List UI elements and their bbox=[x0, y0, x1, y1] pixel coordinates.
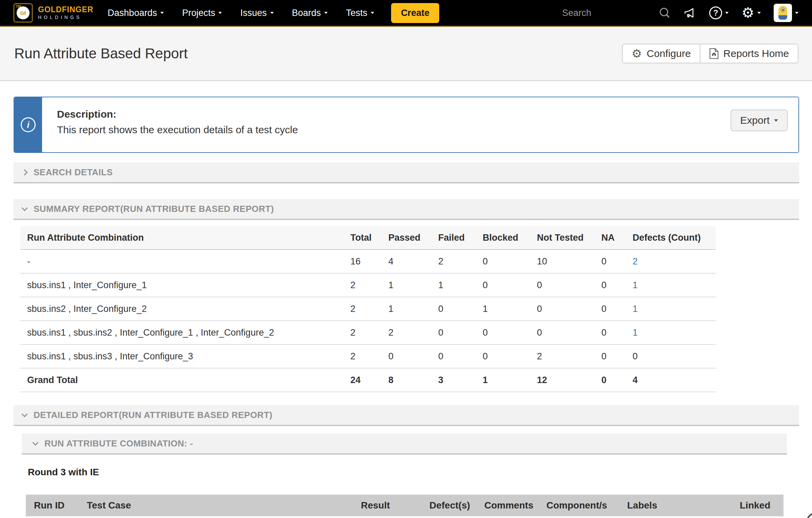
not_tested-cell: 0 bbox=[537, 304, 601, 314]
blocked-cell: 0 bbox=[483, 280, 537, 291]
summary-table-header: Run Attribute CombinationTotalPassedFail… bbox=[20, 226, 716, 250]
nav-menu-projects[interactable]: Projects bbox=[182, 8, 222, 18]
help-menu[interactable]: ? bbox=[709, 6, 729, 19]
defects-count-link[interactable]: 1 bbox=[633, 304, 638, 314]
description-text: This report shows the execution details … bbox=[57, 124, 798, 136]
chevron-down-icon bbox=[21, 411, 27, 417]
description-panel: i Description: This report shows the exe… bbox=[14, 97, 799, 153]
passed-cell: 1 bbox=[388, 304, 438, 314]
floating-action-button[interactable] bbox=[806, 512, 812, 518]
chevron-down-icon bbox=[160, 12, 164, 14]
na-cell: 0 bbox=[601, 280, 633, 291]
defects-count-cell: 4 bbox=[633, 375, 716, 385]
create-button[interactable]: Create bbox=[391, 3, 439, 23]
reports-home-button[interactable]: Reports Home bbox=[700, 44, 798, 63]
passed-cell: 1 bbox=[388, 280, 438, 291]
chevron-down-icon bbox=[32, 439, 38, 445]
chevron-right-icon bbox=[21, 169, 27, 175]
report-home-icon bbox=[709, 48, 719, 59]
nav-menu-dashboards[interactable]: Dashboards bbox=[108, 8, 164, 18]
search-icon[interactable] bbox=[660, 8, 670, 18]
summary-column-header: Failed bbox=[438, 233, 483, 243]
export-button[interactable]: Export bbox=[731, 109, 788, 131]
summary-column-header: Not Tested bbox=[537, 233, 601, 243]
help-icon: ? bbox=[709, 6, 722, 19]
detail-table-header-row: Run IDTest CaseResultDefect(s)CommentsCo… bbox=[26, 495, 784, 516]
gear-icon: ⚙ bbox=[632, 48, 642, 59]
total-cell: 2 bbox=[350, 327, 388, 338]
nav-menu-tests[interactable]: Tests bbox=[346, 8, 374, 18]
failed-cell: 2 bbox=[438, 256, 483, 267]
run-attribute-combination-cell: sbus.ins1 , sbus.ins3 , Inter_Configure_… bbox=[20, 351, 350, 362]
section-run-attribute-combination[interactable]: RUN ATTRIBUTE COMBINATION: - bbox=[22, 434, 787, 455]
blocked-cell: 0 bbox=[483, 351, 537, 362]
section-summary-report[interactable]: SUMMARY REPORT(RUN ATTRIBUTE BASED REPOR… bbox=[14, 199, 799, 220]
summary-column-header: Blocked bbox=[483, 233, 537, 243]
brand-top-text: GOLDFINGER bbox=[38, 5, 93, 14]
defects-count-link[interactable]: 2 bbox=[633, 256, 638, 266]
page-header: Run Attribute Based Report ⚙ Configure R… bbox=[0, 27, 812, 81]
section-search-details[interactable]: SEARCH DETAILS bbox=[14, 162, 799, 183]
cycle-name: Round 3 with IE bbox=[28, 467, 812, 478]
detail-column-header: Linked bbox=[740, 500, 784, 511]
user-menu[interactable] bbox=[774, 4, 798, 22]
chevron-down-icon bbox=[324, 12, 328, 14]
detail-column-header: Labels bbox=[627, 500, 740, 511]
failed-cell: 0 bbox=[438, 351, 483, 362]
logo-badge: 79F Gf bbox=[14, 3, 33, 22]
detail-column-header: Test Case bbox=[87, 500, 361, 511]
summary-column-header: NA bbox=[601, 233, 633, 243]
summary-column-header: Defects (Count) bbox=[633, 233, 716, 243]
description-label: Description: bbox=[57, 108, 798, 120]
chevron-down-icon bbox=[774, 119, 778, 122]
defects-count-link[interactable]: 1 bbox=[633, 327, 638, 338]
nav-menu-boards-label: Boards bbox=[292, 8, 321, 18]
nav-menu-issues-label: Issues bbox=[240, 8, 267, 18]
total-cell: 2 bbox=[350, 351, 388, 362]
settings-menu[interactable]: ⚙ bbox=[741, 6, 761, 20]
not_tested-cell: 2 bbox=[537, 351, 601, 362]
not_tested-cell: 0 bbox=[537, 280, 601, 291]
total-cell: 16 bbox=[350, 256, 388, 267]
detail-column-header: Defect(s) bbox=[429, 500, 484, 511]
announcement-icon[interactable] bbox=[683, 6, 696, 20]
logo-corner-text: 79F bbox=[16, 5, 21, 8]
defects-count-cell: 1 bbox=[633, 327, 716, 338]
configure-button[interactable]: ⚙ Configure bbox=[623, 44, 700, 63]
detail-table-header: Run IDTest CaseResultDefect(s)CommentsCo… bbox=[26, 495, 784, 516]
defects-count-link[interactable]: 1 bbox=[633, 280, 638, 290]
total-cell: 24 bbox=[350, 375, 388, 385]
page-title: Run Attribute Based Report bbox=[14, 45, 188, 62]
brand-logo[interactable]: 79F Gf GOLDFINGER HOLDINGS bbox=[14, 3, 93, 22]
detail-column-header: Result bbox=[361, 500, 429, 511]
search-input[interactable] bbox=[562, 8, 647, 18]
na-cell: 0 bbox=[601, 351, 633, 362]
nav-menu-boards[interactable]: Boards bbox=[292, 8, 328, 18]
defects-count-cell: 1 bbox=[633, 304, 716, 314]
run-attribute-combination-cell: sbus.ins2 , Inter_Configure_2 bbox=[20, 304, 350, 314]
defects-count-cell: 0 bbox=[633, 351, 716, 362]
blocked-cell: 0 bbox=[483, 256, 537, 267]
reports-home-button-label: Reports Home bbox=[723, 48, 789, 59]
not_tested-cell: 0 bbox=[537, 327, 601, 338]
summary-grand-total-row: Grand Total248311204 bbox=[20, 368, 716, 392]
section-detailed-report-label: DETAILED REPORT(RUN ATTRIBUTE BASED REPO… bbox=[34, 410, 272, 420]
not_tested-cell: 12 bbox=[537, 375, 601, 385]
blocked-cell: 1 bbox=[483, 304, 537, 314]
description-body: Description: This report shows the execu… bbox=[42, 97, 798, 152]
section-summary-report-label: SUMMARY REPORT(RUN ATTRIBUTE BASED REPOR… bbox=[34, 204, 274, 214]
brand-name: GOLDFINGER HOLDINGS bbox=[38, 5, 93, 20]
summary-table-row: sbus.ins1 , sbus.ins3 , Inter_Configure_… bbox=[20, 345, 716, 368]
nav-menu-issues[interactable]: Issues bbox=[240, 8, 273, 18]
total-cell: 2 bbox=[350, 280, 388, 291]
section-detailed-report[interactable]: DETAILED REPORT(RUN ATTRIBUTE BASED REPO… bbox=[14, 405, 799, 426]
brand-bottom-text: HOLDINGS bbox=[38, 15, 93, 20]
configure-button-label: Configure bbox=[647, 48, 691, 59]
chevron-down-icon bbox=[371, 12, 374, 14]
run-attribute-combination-cell: - bbox=[20, 256, 350, 267]
section-run-attribute-combination-label: RUN ATTRIBUTE COMBINATION: - bbox=[44, 438, 193, 449]
blocked-cell: 1 bbox=[483, 375, 537, 385]
nav-menu-dashboards-label: Dashboards bbox=[108, 8, 157, 18]
run-attribute-combination-cell: sbus.ins1 , Inter_Configure_1 bbox=[20, 280, 350, 291]
na-cell: 0 bbox=[601, 304, 633, 314]
